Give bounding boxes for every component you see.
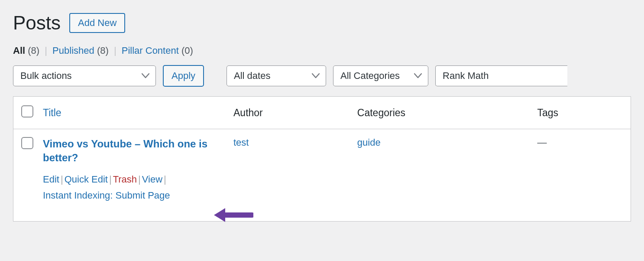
bulk-actions-select[interactable]: Bulk actions <box>13 65 156 86</box>
page-title: Posts <box>13 12 61 34</box>
rankmath-select[interactable]: Rank Math <box>435 65 567 86</box>
select-row-checkbox[interactable] <box>21 137 33 149</box>
column-header-author: Author <box>227 97 351 129</box>
author-link[interactable]: test <box>233 137 249 148</box>
category-link[interactable]: guide <box>357 137 381 148</box>
apply-button[interactable]: Apply <box>163 65 204 87</box>
column-header-title[interactable]: Title <box>43 107 61 118</box>
filter-all-count: (8) <box>28 45 39 56</box>
row-actions: Edit|Quick Edit|Trash|View| Instant Inde… <box>43 171 221 204</box>
filter-pillar-count: (0) <box>181 45 193 56</box>
trash-link[interactable]: Trash <box>113 174 137 185</box>
categories-select[interactable]: All Categories <box>333 65 428 86</box>
column-header-categories: Categories <box>351 97 531 129</box>
dates-label: All dates <box>234 70 270 82</box>
posts-table: Title Author Categories Tags Vimeo vs Yo… <box>13 96 631 222</box>
edit-link[interactable]: Edit <box>43 174 59 185</box>
chevron-down-icon <box>414 73 422 78</box>
bulk-actions-label: Bulk actions <box>20 70 72 82</box>
column-header-tags: Tags <box>531 97 631 129</box>
table-row: Vimeo vs Youtube – Which one is better? … <box>13 129 631 222</box>
select-all-checkbox[interactable] <box>21 105 33 117</box>
filter-published-count: (8) <box>97 45 109 56</box>
quick-edit-link[interactable]: Quick Edit <box>65 174 108 185</box>
add-new-button[interactable]: Add New <box>69 13 125 33</box>
chevron-down-icon <box>312 73 320 78</box>
dates-select[interactable]: All dates <box>227 65 326 86</box>
tags-empty: — <box>537 137 547 148</box>
view-link[interactable]: View <box>142 174 162 185</box>
post-status-filters: All (8) | Published (8) | Pillar Content… <box>13 45 631 56</box>
chevron-down-icon <box>142 73 149 78</box>
filter-all[interactable]: All <box>13 45 25 56</box>
rankmath-label: Rank Math <box>443 70 489 82</box>
filter-pillar-content[interactable]: Pillar Content <box>122 45 179 56</box>
categories-label: All Categories <box>340 70 400 82</box>
instant-indexing-link[interactable]: Instant Indexing: Submit Page <box>43 190 170 201</box>
filter-published[interactable]: Published <box>52 45 94 56</box>
post-title-link[interactable]: Vimeo vs Youtube – Which one is better? <box>43 137 221 165</box>
